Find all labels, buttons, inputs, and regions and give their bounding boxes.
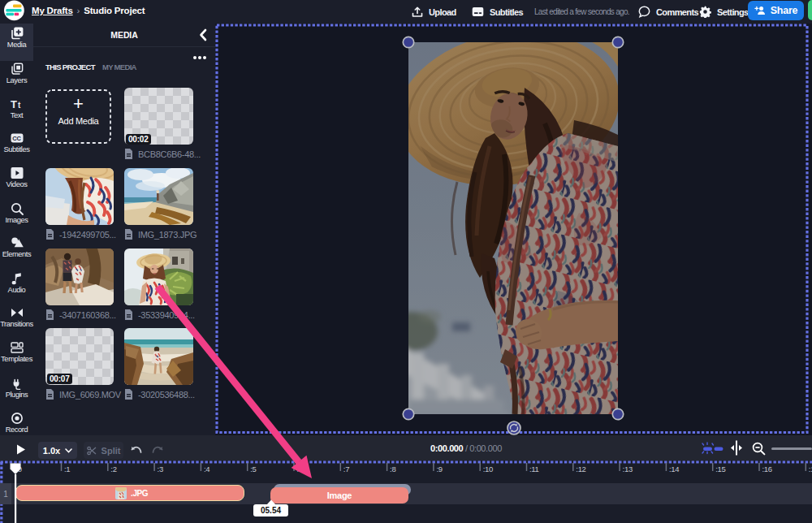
svg-text::12: :12	[576, 465, 585, 473]
svg-text::9: :9	[436, 465, 442, 473]
svg-text::2: :2	[110, 465, 116, 473]
svg-text::7: :7	[343, 465, 349, 473]
svg-text::17: :17	[809, 465, 812, 473]
svg-text::8: :8	[390, 465, 395, 473]
svg-text::14: :14	[669, 465, 679, 473]
svg-text::16: :16	[762, 465, 772, 473]
svg-text:T: T	[11, 98, 17, 110]
svg-text::15: :15	[715, 465, 725, 473]
svg-text:t: t	[18, 101, 21, 110]
svg-text::1: :1	[64, 465, 70, 473]
svg-text::13: :13	[623, 465, 633, 473]
svg-text::11: :11	[529, 465, 539, 473]
svg-text:CC: CC	[12, 135, 21, 142]
svg-text::10: :10	[483, 465, 493, 473]
